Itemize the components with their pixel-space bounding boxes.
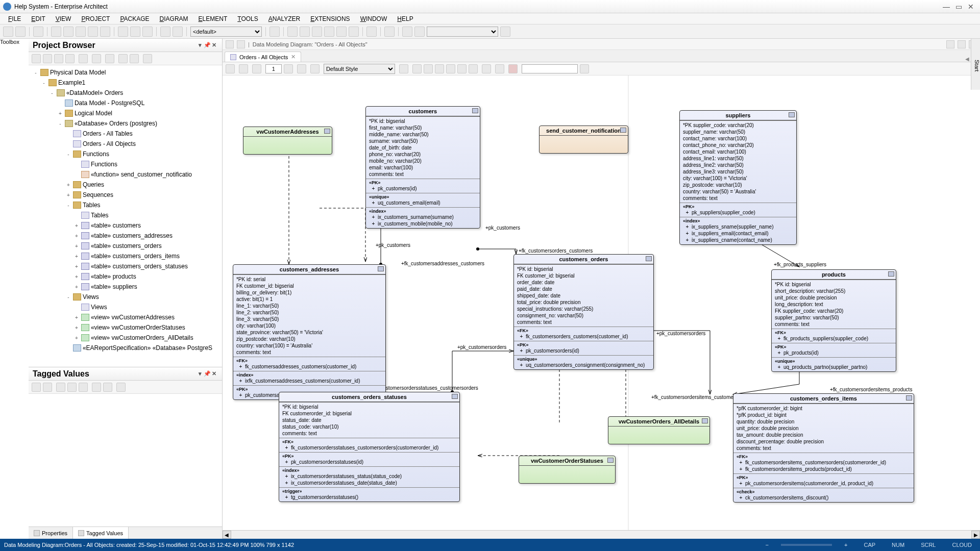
diagram-tool[interactable]	[310, 64, 320, 73]
tool-button[interactable]	[270, 27, 280, 37]
open-button[interactable]	[15, 27, 26, 37]
maximize-button[interactable]: ▭	[952, 3, 965, 11]
diagram-tool[interactable]	[226, 64, 235, 73]
entity-suppliers[interactable]: suppliers*PK supplier_code: varchar(20) …	[679, 110, 797, 245]
zoom-slider[interactable]	[781, 544, 832, 546]
entity-customers_orders[interactable]: customers_orders*PK id: bigserial FK cus…	[513, 254, 654, 370]
tree-item[interactable]: +Logical Model	[29, 108, 222, 118]
tree-item[interactable]: Orders - All Objects	[29, 139, 222, 149]
tagged-tool[interactable]	[92, 383, 101, 392]
stepper[interactable]	[284, 64, 293, 73]
crumb-tool[interactable]	[958, 40, 966, 48]
menu-view[interactable]: VIEW	[51, 15, 77, 22]
entity-vwCustomerOrders_AllDetails[interactable]: vwCustomerOrders_AllDetails	[608, 416, 710, 444]
tree-item[interactable]: -Example1	[29, 78, 222, 88]
close-button[interactable]: ✕	[965, 3, 977, 11]
panel-pin-button[interactable]: 📌	[204, 370, 211, 377]
tree-item[interactable]: «function» send_customer_notificatio	[29, 169, 222, 180]
menu-analyzer[interactable]: ANALYZER	[263, 15, 305, 22]
entity-customers_orders_statuses[interactable]: customers_orders_statuses*PK id: bigseri…	[279, 392, 460, 502]
nav-tool-button[interactable]	[237, 40, 245, 48]
nav-up-button[interactable]	[118, 54, 128, 63]
zoom-out-button[interactable]: −	[762, 542, 773, 548]
menu-package[interactable]: PACKAGE	[115, 15, 154, 22]
tool-button[interactable]	[349, 27, 359, 37]
paste-button[interactable]	[76, 27, 86, 37]
tree-item[interactable]: +«table» customers	[29, 220, 222, 231]
print-button[interactable]	[142, 27, 153, 37]
diagram-tool[interactable]	[482, 64, 491, 73]
tree-item[interactable]: +«view» vwCustomerAddresses	[29, 312, 222, 322]
filter-button[interactable]	[580, 64, 589, 73]
entity-customers_orders_items[interactable]: customers_orders_items*pfK customerorder…	[733, 393, 914, 503]
copy-button[interactable]	[63, 27, 74, 37]
tagged-tool[interactable]	[43, 383, 52, 392]
entity-send_customer_notification[interactable]: send_customer_notification	[539, 126, 628, 154]
tagged-tool[interactable]	[79, 383, 88, 392]
tree-item[interactable]: -Views	[29, 292, 222, 302]
tool-button[interactable]	[402, 27, 412, 37]
entity-customers_addresses[interactable]: customers_addresses*PK id: serial FK cus…	[233, 264, 386, 400]
tree-item[interactable]: +«table» customers_addresses	[29, 231, 222, 241]
diagram-tool[interactable]	[469, 64, 478, 73]
new-button[interactable]	[3, 27, 13, 37]
style-combo[interactable]: Default Style	[324, 64, 395, 74]
delete-button[interactable]	[508, 64, 518, 73]
tree-item[interactable]: Orders - All Tables	[29, 129, 222, 139]
tree-item[interactable]: +«table» suppliers	[29, 282, 222, 292]
tagged-tool[interactable]	[32, 383, 41, 392]
diagram-tool[interactable]	[297, 64, 306, 73]
tagged-tool[interactable]	[103, 383, 112, 392]
entity-vwCustomerAddresses[interactable]: vwCustomerAddresses	[243, 127, 332, 155]
toolbox-tab[interactable]: Toolbox	[0, 39, 19, 539]
browser-tool[interactable]	[143, 54, 152, 63]
menu-help[interactable]: HELP	[392, 15, 418, 22]
tree-item[interactable]: -Tables	[29, 200, 222, 210]
browser-tool[interactable]	[65, 54, 75, 63]
diagram-tool[interactable]	[457, 64, 467, 73]
crumb-tool[interactable]	[946, 40, 954, 48]
tool-button[interactable]	[384, 27, 395, 37]
tree-item[interactable]: Tables	[29, 210, 222, 220]
tree-item[interactable]: +«table» products	[29, 271, 222, 282]
tagged-tool[interactable]	[116, 383, 126, 392]
zoom-button[interactable]	[160, 27, 170, 37]
tool-button[interactable]	[312, 27, 322, 37]
entity-vwCustomerOrderStatuses[interactable]: vwCustomerOrderStatuses	[519, 456, 616, 484]
tool-button[interactable]	[300, 27, 310, 37]
tree-item[interactable]: +«table» customers_orders_items	[29, 251, 222, 261]
entity-customers[interactable]: customers*PK id: bigserial first_name: v…	[365, 106, 480, 229]
diagram-tool[interactable]	[446, 64, 455, 73]
diagram-canvas[interactable]: +pk_customers +fk_customersaddresses_cus…	[223, 76, 980, 530]
panel-close-button[interactable]: ✕	[211, 42, 218, 48]
redo-button[interactable]	[100, 27, 110, 37]
tree-item[interactable]: +«table» customers_orders	[29, 241, 222, 251]
diagram-tool[interactable]	[399, 64, 408, 73]
panel-menu-button[interactable]: ▾	[197, 42, 204, 48]
tree-item[interactable]: Views	[29, 302, 222, 312]
browser-tool[interactable]	[79, 54, 88, 63]
browser-tool[interactable]	[92, 54, 101, 63]
zoom-fit-button[interactable]	[173, 27, 183, 37]
secondary-combo[interactable]	[427, 27, 498, 37]
browser-tool[interactable]	[43, 54, 52, 63]
minimize-button[interactable]: —	[940, 3, 952, 11]
nav-down-button[interactable]	[130, 54, 139, 63]
tool-button[interactable]	[118, 27, 128, 37]
tree-item[interactable]: -«DataModel» Orders	[29, 88, 222, 98]
diagram-tool[interactable]	[252, 64, 261, 73]
tagged-tool[interactable]	[56, 383, 65, 392]
tool-button[interactable]	[336, 27, 347, 37]
tree-item[interactable]: Functions	[29, 159, 222, 169]
tree-item[interactable]: +«view» vwCustomerOrderStatuses	[29, 322, 222, 333]
default-combo[interactable]: <default>	[190, 27, 262, 37]
save-button[interactable]	[33, 27, 43, 37]
browser-tool[interactable]	[32, 54, 41, 63]
tree-item[interactable]: +Queries	[29, 180, 222, 190]
tagged-tool[interactable]	[67, 383, 77, 392]
start-tab[interactable]: Start	[971, 39, 980, 90]
diagram-tool[interactable]	[412, 64, 422, 73]
entity-products[interactable]: products*PK id: bigserial short_descript…	[771, 269, 896, 372]
menu-project[interactable]: PROJECT	[76, 15, 115, 22]
horizontal-scrollbar[interactable]: ◀▶	[223, 530, 980, 539]
